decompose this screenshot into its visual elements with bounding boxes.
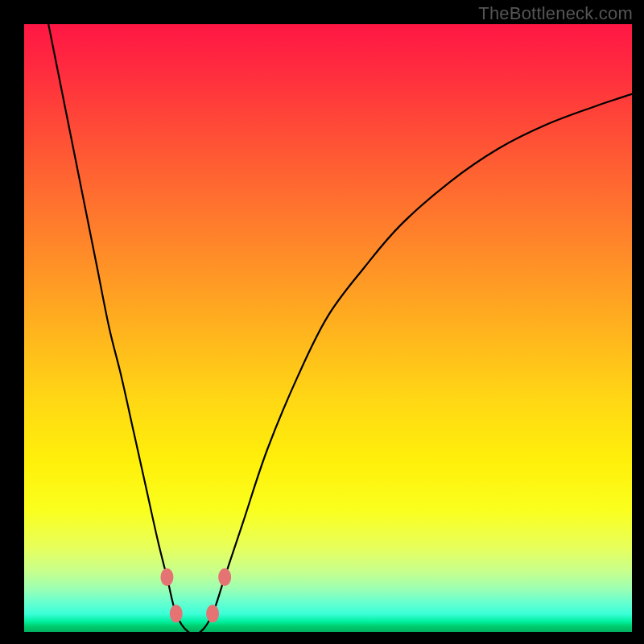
curve-marker xyxy=(170,605,183,622)
plot-area xyxy=(24,24,632,632)
curve-marker xyxy=(218,568,231,586)
watermark-text: TheBottleneck.com xyxy=(478,3,633,24)
outer-frame: TheBottleneck.com xyxy=(0,0,644,644)
curve-marker xyxy=(206,605,219,622)
curve-marker xyxy=(160,568,173,586)
bottleneck-curve-svg xyxy=(24,24,632,632)
bottleneck-curve xyxy=(48,24,632,632)
